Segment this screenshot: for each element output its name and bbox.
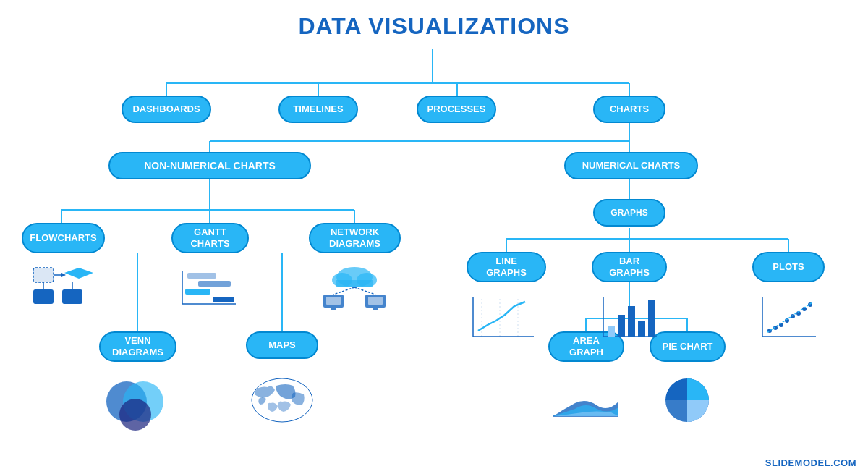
svg-marker-35 (61, 273, 66, 277)
venn-icon (94, 369, 181, 434)
flowchart-svg (30, 264, 95, 311)
node-maps: MAPS (246, 331, 318, 359)
network-icon (307, 261, 401, 318)
svg-rect-47 (336, 280, 373, 287)
svg-point-81 (808, 302, 812, 307)
diagram-container: DASHBOARDS TIMELINES PROCESSES CHARTS NO… (0, 43, 868, 470)
node-line-graphs: LINE GRAPHS (467, 252, 546, 282)
node-graphs: GRAPHS (593, 199, 665, 227)
network-svg (315, 264, 394, 315)
pie-chart-icon (647, 369, 727, 427)
svg-line-82 (767, 302, 812, 332)
plots-icon (751, 289, 827, 347)
maps-icon (242, 368, 322, 433)
svg-rect-40 (187, 273, 216, 279)
svg-rect-42 (185, 289, 210, 295)
gantt-icon (170, 261, 247, 315)
svg-rect-50 (331, 308, 336, 310)
bar-graphs-icon (592, 289, 668, 347)
maps-svg (246, 371, 318, 429)
line-graphs-svg (467, 293, 540, 344)
svg-rect-53 (373, 308, 378, 310)
svg-rect-29 (33, 268, 54, 282)
pie-chart-svg (655, 371, 720, 426)
node-charts: CHARTS (593, 96, 665, 123)
node-network: NETWORK DIAGRAMS (309, 223, 401, 253)
flowchart-icon (20, 261, 103, 315)
svg-point-58 (119, 399, 151, 431)
svg-rect-69 (628, 306, 635, 337)
credit-text: SLIDEMODEL.COM (765, 457, 856, 468)
svg-marker-31 (64, 268, 93, 279)
plots-svg (757, 293, 822, 344)
node-dashboards: DASHBOARDS (122, 96, 211, 123)
svg-rect-68 (618, 315, 625, 337)
node-gantt: GANTT CHARTS (171, 223, 249, 253)
svg-rect-32 (33, 289, 54, 304)
area-graph-icon (546, 369, 626, 427)
node-processes: PROCESSES (417, 96, 496, 123)
gantt-svg (176, 264, 242, 311)
svg-rect-33 (62, 289, 82, 304)
page-title: DATA VISUALIZATIONS (0, 0, 868, 40)
bar-graphs-svg (597, 293, 663, 344)
svg-rect-67 (608, 326, 615, 337)
svg-rect-49 (326, 297, 341, 305)
node-numerical: NUMERICAL CHARTS (564, 152, 698, 179)
svg-rect-52 (368, 297, 383, 305)
node-bar-graphs: BAR GRAPHS (592, 252, 667, 282)
svg-rect-43 (213, 297, 234, 302)
svg-point-78 (791, 314, 795, 318)
svg-rect-71 (648, 300, 655, 337)
line-graphs-icon (461, 289, 545, 347)
node-plots: PLOTS (752, 252, 825, 282)
svg-line-55 (354, 287, 375, 295)
svg-line-54 (333, 287, 354, 295)
node-non-numerical: NON-NUMERICAL CHARTS (109, 152, 311, 179)
node-flowcharts: FLOWCHARTS (22, 223, 105, 253)
node-venn: VENN DIAGRAMS (99, 331, 176, 362)
area-graph-svg (550, 373, 622, 423)
venn-svg (101, 373, 174, 431)
node-timelines: TIMELINES (278, 96, 358, 123)
svg-rect-41 (198, 281, 231, 287)
svg-rect-70 (638, 321, 645, 337)
